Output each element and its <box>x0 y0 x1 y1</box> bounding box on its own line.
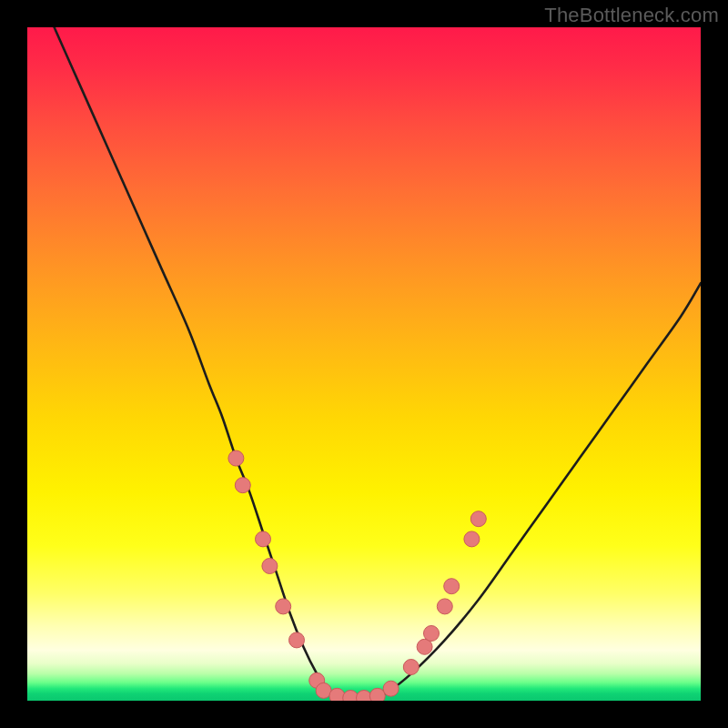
curve-marker <box>403 660 419 675</box>
curve-marker <box>235 478 250 493</box>
curve-marker <box>470 511 486 527</box>
bottleneck-curve <box>55 27 701 701</box>
watermark-text: TheBottleneck.com <box>544 4 719 27</box>
curve-marker <box>369 688 385 701</box>
curve-marker <box>444 579 460 594</box>
marker-group <box>228 450 486 701</box>
curve-marker <box>228 450 244 466</box>
curve-marker <box>289 632 305 648</box>
curve-marker <box>464 531 480 547</box>
chart-frame: TheBottleneck.com <box>0 0 728 728</box>
curve-marker <box>262 559 278 574</box>
curve-marker <box>424 626 440 642</box>
curve-marker <box>276 599 291 614</box>
plot-area <box>27 27 701 701</box>
curve-marker <box>383 681 399 696</box>
curve-layer <box>27 27 701 701</box>
curve-marker <box>256 531 271 547</box>
curve-marker <box>437 599 452 614</box>
